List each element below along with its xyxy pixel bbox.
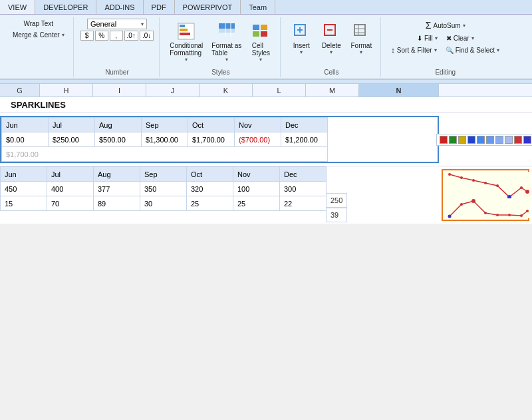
cells-buttons-row: Insert ▾ Delete ▾ (287, 19, 375, 57)
sparkline-2 (444, 198, 531, 218)
number-group-label: Number (105, 66, 129, 76)
n2-oct[interactable]: 25 (187, 196, 233, 211)
fill-button[interactable]: ⬇ Fill ▾ (414, 33, 441, 43)
autosum-label: AutoSum (433, 22, 460, 29)
svg-rect-11 (253, 31, 259, 37)
col-header-g[interactable]: G (0, 84, 40, 97)
section-1: Jun Jul Aug Sep Oct Nov Dec $0.0 (0, 113, 532, 166)
table-row-num2: 15 70 89 30 25 25 22 (1, 196, 327, 211)
tab-developer[interactable]: DEVELOPER (35, 0, 96, 14)
delete-button[interactable]: Delete ▾ (317, 19, 345, 57)
svg-point-29 (520, 186, 523, 189)
format-as-table-icon (216, 21, 237, 42)
col-header-j[interactable]: J (146, 84, 200, 97)
col-header-l[interactable]: L (253, 84, 306, 97)
swatch-blue6[interactable] (523, 136, 531, 144)
cell-styles-button[interactable]: CellStyles ▾ (247, 19, 275, 65)
find-select-button[interactable]: 🔍 Find & Select ▾ (442, 45, 503, 55)
n2-jun[interactable]: 15 (1, 196, 47, 211)
wrap-text-button[interactable]: Wrap Text (20, 19, 57, 29)
cell-dec-val[interactable]: $1,200.00 (281, 132, 328, 147)
tab-view[interactable]: VIEW (0, 0, 35, 14)
cells-group: Insert ▾ Delete ▾ (282, 17, 381, 77)
ribbon: Wrap Text Merge & Center ▾ General ▾ $ %… (0, 15, 532, 80)
th-jul-2: Jul (47, 167, 94, 182)
n1-sep[interactable]: 350 (140, 182, 187, 196)
format-as-table-button[interactable]: Format asTable ▾ (208, 19, 245, 65)
col-header-h[interactable]: H (40, 84, 93, 97)
currency-button[interactable]: $ (80, 31, 94, 41)
svg-point-25 (472, 179, 475, 182)
insert-label: Insert (293, 42, 310, 49)
cell-jun-val[interactable]: $0.00 (2, 132, 49, 147)
n1-jun[interactable]: 450 (1, 182, 47, 196)
svg-point-23 (448, 173, 451, 176)
sort-filter-label: Sort & Filter (397, 47, 432, 54)
tab-powerpivot[interactable]: POWERPIVOT (175, 0, 241, 14)
n1-aug[interactable]: 377 (94, 182, 140, 196)
n2-jul[interactable]: 70 (47, 196, 94, 211)
format-as-table-label: Format asTable (211, 42, 241, 57)
swatch-blue5[interactable] (505, 136, 513, 144)
monetary-table: Jun Jul Aug Sep Oct Nov Dec $0.0 (1, 117, 328, 162)
swatch-red2[interactable] (514, 136, 522, 144)
merge-center-button[interactable]: Merge & Center ▾ (9, 30, 68, 40)
swatch-blue4[interactable] (495, 136, 503, 144)
clear-button[interactable]: ✖ Clear ▾ (443, 33, 477, 43)
number-format-combo[interactable]: General ▾ (87, 19, 147, 29)
color-palette-area (439, 113, 532, 166)
tab-team[interactable]: Team (241, 0, 275, 14)
svg-rect-22 (444, 172, 531, 198)
cell-oct-val[interactable]: $1,700.00 (188, 132, 235, 147)
format-button[interactable]: Format ▾ (347, 19, 375, 57)
swatch-green[interactable] (449, 136, 457, 144)
col-header-k[interactable]: K (200, 84, 253, 97)
tab-addins[interactable]: ADD-INS (96, 0, 143, 14)
n1-nov[interactable]: 100 (233, 182, 280, 196)
n1-jul[interactable]: 400 (47, 182, 94, 196)
swatch-blue2[interactable] (477, 136, 485, 144)
percent-button[interactable]: % (95, 31, 108, 41)
svg-point-27 (496, 184, 499, 187)
svg-rect-10 (261, 25, 267, 30)
tab-pdf[interactable]: PDF (144, 0, 175, 14)
th-jun-2: Jun (1, 167, 47, 182)
sort-filter-button[interactable]: ↕ Sort & Filter ▾ (388, 45, 440, 55)
swatch-red[interactable] (440, 136, 448, 144)
n2-nov[interactable]: 25 (233, 196, 280, 211)
swatch-yellow[interactable] (458, 136, 466, 144)
n2-aug[interactable]: 89 (94, 196, 140, 211)
svg-point-30 (525, 190, 529, 194)
insert-button[interactable]: Insert ▾ (287, 19, 315, 57)
n2-dec[interactable]: 22 (280, 196, 327, 211)
col-header-m[interactable]: M (306, 84, 359, 97)
format-icon (350, 21, 372, 42)
swatch-blue1[interactable] (467, 136, 475, 144)
svg-rect-6 (219, 33, 235, 37)
cell-jul-val[interactable]: $250.00 (49, 132, 95, 147)
th-jun-1: Jun (2, 118, 49, 132)
conditional-formatting-label: ConditionalFormatting (170, 42, 203, 57)
th-nov-2: Nov (233, 167, 280, 182)
cell-sep-val[interactable]: $1,300.00 (142, 132, 188, 147)
sparkline-area (442, 169, 529, 221)
fill-label: Fill (424, 35, 433, 42)
n1-oct[interactable]: 320 (187, 182, 233, 196)
col-header-n[interactable]: N (359, 84, 439, 97)
n1-dec[interactable]: 300 (280, 182, 327, 196)
svg-point-34 (471, 199, 475, 203)
color-palette (436, 134, 532, 146)
swatch-blue3[interactable] (486, 136, 494, 144)
col-header-i[interactable]: I (93, 84, 146, 97)
autosum-button[interactable]: Σ AutoSum ▾ (422, 19, 469, 32)
cell-aug-val[interactable]: $500.00 (95, 132, 142, 147)
decrease-decimal-button[interactable]: .0↓ (140, 31, 154, 41)
comma-button[interactable]: , (110, 31, 123, 41)
th-aug-2: Aug (94, 167, 140, 182)
n2-sep[interactable]: 30 (140, 196, 187, 211)
increase-decimal-button[interactable]: .0↑ (124, 31, 138, 41)
delete-icon (321, 21, 342, 42)
cell-nov-val[interactable]: ($700.00) (235, 132, 281, 147)
th-sep-1: Sep (142, 118, 188, 132)
conditional-formatting-button[interactable]: ConditionalFormatting ▾ (166, 19, 206, 65)
